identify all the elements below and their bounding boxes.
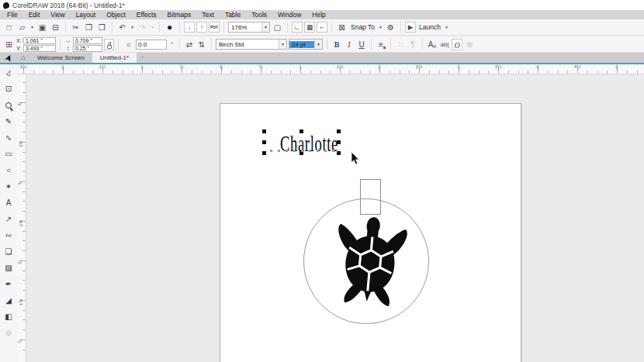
add-property-icon[interactable]: ⊕ [464, 39, 475, 50]
vertical-ruler[interactable]: 43½32½21½1 [17, 74, 26, 362]
selection-handle[interactable] [299, 129, 303, 133]
character-node[interactable] [278, 150, 280, 152]
export-icon[interactable]: ↑ [196, 22, 207, 33]
chevron-down-icon[interactable]: ▼ [279, 40, 286, 49]
drop-cap-button[interactable]: ¶ [407, 39, 418, 50]
new-tab-button[interactable]: + [137, 53, 147, 63]
copy-icon[interactable]: ❐ [83, 22, 95, 33]
paste-icon[interactable]: ❒ [96, 22, 108, 33]
add-tool-button[interactable]: ⊕ [1, 325, 16, 341]
menu-effects[interactable]: Effects [131, 10, 162, 19]
character-node[interactable] [324, 150, 327, 152]
lock-ratio-button[interactable] [104, 39, 114, 50]
selection-handle[interactable] [262, 151, 266, 155]
transparency-tool[interactable]: ▨ [1, 260, 16, 276]
crop-tool[interactable]: ⊡ [1, 81, 16, 97]
chevron-down-icon[interactable]: ▼ [29, 25, 35, 29]
import-icon[interactable]: ↓ [184, 22, 195, 33]
show-grid-icon[interactable]: ▦ [304, 22, 315, 33]
artistic-media-tool[interactable]: ∿ [1, 129, 16, 146]
selection-handle[interactable] [262, 140, 266, 144]
open-icon[interactable]: ▱ [16, 22, 28, 33]
text-alignment-button[interactable]: ≡ [376, 39, 386, 50]
full-screen-preview-icon[interactable]: ▢ [272, 22, 283, 33]
drop-shadow-tool[interactable]: ❏ [1, 243, 16, 260]
snap-to-label[interactable]: Snap To [349, 23, 376, 31]
publish-pdf-icon[interactable]: PDF [209, 22, 220, 33]
character-node[interactable] [332, 150, 334, 152]
bold-button[interactable]: B [331, 39, 342, 50]
tab-welcome-screen[interactable]: Welcome Screen [29, 53, 92, 63]
chevron-down-icon[interactable]: ▼ [378, 25, 383, 29]
print-icon[interactable]: ⊟ [50, 22, 61, 33]
menu-file[interactable]: File [2, 10, 23, 19]
corel-connect-icon[interactable]: ● [164, 22, 175, 33]
freehand-tool[interactable]: ✎ [1, 113, 16, 129]
character-node[interactable] [301, 150, 303, 152]
menu-help[interactable]: Help [306, 10, 331, 19]
selection-handle[interactable] [337, 129, 341, 133]
mirror-vertical-button[interactable]: ⇅ [196, 39, 207, 50]
connector-tool[interactable]: ∾ [1, 227, 16, 243]
menu-edit[interactable]: Edit [23, 10, 46, 19]
rotation-angle-field[interactable] [136, 40, 167, 50]
font-list-combo[interactable]: Birch Std ▼ [216, 39, 287, 50]
menu-window[interactable]: Window [272, 10, 306, 19]
menu-object[interactable]: Object [101, 10, 131, 19]
color-eyedropper-tool[interactable]: ✒ [1, 276, 16, 292]
menu-text[interactable]: Text [196, 10, 220, 19]
polygon-tool[interactable]: ✶ [1, 178, 16, 195]
underline-button[interactable]: U [356, 39, 367, 50]
rectangle-tool[interactable]: ▭ [1, 146, 16, 162]
character-node[interactable] [286, 150, 288, 152]
cut-icon[interactable]: ✂ [70, 22, 81, 33]
menu-view[interactable]: View [45, 10, 70, 19]
character-node[interactable] [293, 150, 296, 152]
chevron-down-icon[interactable]: ▼ [130, 25, 135, 29]
x-position-field[interactable] [23, 37, 56, 44]
show-rulers-icon[interactable]: ∟ [292, 22, 303, 33]
edit-text-button[interactable]: ab| [439, 39, 450, 50]
pick-tool[interactable]: ➤ [1, 52, 16, 64]
home-icon[interactable]: ⌂ [17, 53, 29, 63]
menu-bitmaps[interactable]: Bitmaps [162, 10, 197, 19]
horizontal-ruler[interactable]: 2½21½1½0½11½22½33½44½5 [17, 64, 644, 74]
outline-dialog-button[interactable]: O [452, 39, 462, 50]
menu-table[interactable]: Table [220, 10, 246, 19]
show-guidelines-icon[interactable]: ⌐ [317, 22, 327, 33]
character-node[interactable] [270, 150, 272, 152]
object-height-field[interactable] [73, 45, 102, 52]
chevron-down-icon[interactable]: ▼ [261, 22, 269, 32]
selection-handle[interactable] [337, 151, 341, 155]
menu-tools[interactable]: Tools [246, 10, 272, 19]
zoom-tool[interactable] [1, 97, 16, 113]
redo-icon[interactable]: ↷ [137, 22, 148, 33]
welcome-screen-toggle-icon[interactable]: ⊠ [336, 22, 348, 33]
menu-layout[interactable]: Layout [71, 10, 102, 19]
bulleted-list-button[interactable]: ∷ [395, 39, 406, 50]
smart-fill-tool[interactable]: ◧ [1, 309, 16, 325]
character-formatting-button[interactable]: Aₒ [427, 39, 438, 50]
tab-untitled-1[interactable]: Untitled-1* [92, 53, 137, 63]
selection-handle[interactable] [337, 140, 341, 144]
turtle-graphic[interactable] [329, 215, 411, 310]
shape-tool[interactable]: ▻ [1, 64, 16, 81]
chevron-down-icon[interactable]: ▼ [444, 25, 449, 29]
character-node[interactable] [309, 150, 311, 152]
options-gear-icon[interactable]: ⚙ [385, 22, 396, 33]
new-document-icon[interactable]: □ [3, 22, 15, 33]
object-width-field[interactable] [73, 37, 102, 44]
selection-handle[interactable] [262, 129, 266, 133]
undo-icon[interactable]: ↶ [116, 22, 128, 33]
text-tool[interactable]: A [1, 195, 16, 211]
launch-label[interactable]: Launch [417, 23, 442, 31]
save-icon[interactable]: ▣ [36, 22, 48, 33]
drawing-canvas[interactable]: Charlotte [26, 74, 644, 362]
font-size-combo[interactable]: 24 pt ▼ [289, 39, 323, 50]
chevron-down-icon[interactable]: ▼ [314, 40, 322, 49]
y-position-field[interactable] [23, 45, 56, 52]
character-node[interactable] [317, 150, 319, 152]
italic-button[interactable]: I [344, 39, 355, 50]
mirror-horizontal-button[interactable]: ⇄ [184, 39, 195, 50]
ellipse-tool[interactable]: ○ [1, 162, 16, 178]
